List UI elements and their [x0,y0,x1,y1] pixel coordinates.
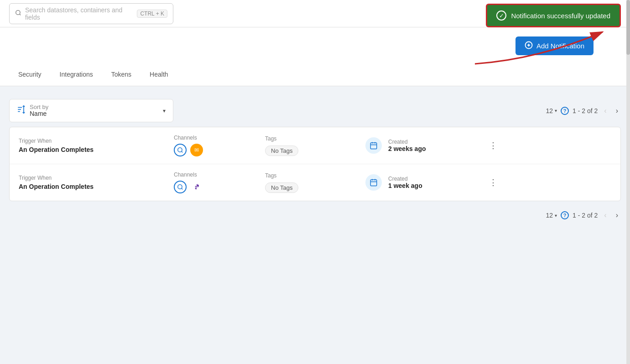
add-icon [525,41,533,51]
calendar-icon-1 [365,137,382,154]
channels-icons-2 [174,181,265,193]
per-page-chevron-bottom: ▾ [555,213,557,218]
help-icon-bottom[interactable]: ? [561,211,569,219]
svg-rect-12 [370,143,377,149]
next-page-bottom[interactable]: › [613,210,621,220]
page-range-bottom: 1 - 2 of 2 [573,212,598,219]
pagination-top: 12 ▾ ? 1 - 2 of 2 ‹ › [546,106,621,116]
tags-label-1: Tags [265,135,365,142]
tab-security[interactable]: Security [9,64,51,86]
created-info-2: Created 1 week ago [388,176,422,189]
svg-rect-18 [370,180,377,186]
per-page-number-top: 12 [546,107,553,114]
search-channel-icon-1 [174,144,187,156]
tags-value-1: No Tags [265,146,298,156]
tags-col-1: Tags No Tags [265,135,365,156]
created-info-1: Created 2 weeks ago [388,139,426,152]
created-col-1: Created 2 weeks ago [365,137,484,154]
channels-label-2: Channels [174,172,265,178]
more-options-button-2[interactable]: ⋮ [487,176,500,189]
per-page-chevron-top: ▾ [555,108,557,113]
more-options-button-1[interactable]: ⋮ [487,139,500,152]
chevron-down-icon: ▾ [163,108,166,114]
channels-col-2: Channels [174,172,265,193]
search-icon [15,10,21,17]
content-area: Sort by Name ▾ 12 ▾ ? 1 - 2 of 2 ‹ › Tri… [0,86,630,234]
svg-line-1 [20,14,21,16]
svg-line-11 [182,151,183,153]
channels-col-1: Channels ✉ [174,135,265,156]
notifications-table: Trigger When An Operation Completes Chan… [9,127,621,201]
prev-page-bottom[interactable]: ‹ [601,210,609,220]
tags-value-2: No Tags [265,182,298,193]
slack-channel-icon-2 [190,181,203,193]
search-box[interactable]: Search datastores, containers and fields… [9,3,173,24]
tags-col-2: Tags No Tags [265,172,365,193]
channels-label-1: Channels [174,135,265,141]
search-shortcut: CTRL + K [137,10,167,18]
created-value-1: 2 weeks ago [388,145,426,152]
per-page-select-top[interactable]: 12 ▾ [546,107,557,114]
trigger-col-2: Trigger When An Operation Completes [19,175,174,190]
created-col-2: Created 1 week ago [365,174,484,191]
nav-tabs: Security Integrations Tokens Health [0,64,630,86]
trigger-col-1: Trigger When An Operation Completes [19,138,174,153]
email-channel-icon-1: ✉ [190,144,203,156]
sort-icon [17,105,25,116]
success-toast: ✓ Notification successfully updated [486,4,621,27]
trigger-label-1: Trigger When [19,138,174,144]
action-bar: Add Notification [0,27,630,64]
prev-page-top[interactable]: ‹ [601,106,609,116]
created-value-2: 1 week ago [388,182,422,189]
created-label-2: Created [388,176,422,182]
topbar: Search datastores, containers and fields… [0,0,630,27]
tab-health[interactable]: Health [141,64,177,86]
help-icon-top[interactable]: ? [561,107,569,115]
search-placeholder-text: Search datastores, containers and fields [25,6,133,21]
next-page-top[interactable]: › [613,106,621,116]
scrollbar[interactable] [626,0,630,364]
add-notification-label: Add Notification [536,42,584,50]
tab-tokens[interactable]: Tokens [102,64,141,86]
trigger-value-1: An Operation Completes [19,146,174,153]
sort-text: Sort by Name [30,104,48,117]
svg-point-0 [16,10,20,15]
actions-col-2: ⋮ [484,176,502,189]
page-range-top: 1 - 2 of 2 [573,107,598,114]
svg-line-17 [182,188,183,190]
sort-value: Name [30,110,48,117]
trigger-value-2: An Operation Completes [19,183,174,190]
add-notification-button[interactable]: Add Notification [515,36,594,55]
toast-message: Notification successfully updated [511,12,610,20]
svg-point-10 [178,148,182,152]
actions-col-1: ⋮ [484,139,502,152]
svg-point-16 [178,185,182,189]
tags-label-2: Tags [265,172,365,179]
table-row: Trigger When An Operation Completes Chan… [10,127,620,164]
calendar-icon-2 [365,174,382,191]
sort-label: Sort by [30,104,48,110]
per-page-select-bottom[interactable]: 12 ▾ [546,212,557,219]
table-row: Trigger When An Operation Completes Chan… [10,164,620,201]
search-channel-icon-2 [174,181,187,193]
channels-icons-1: ✉ [174,144,265,156]
bottom-controls-row: 12 ▾ ? 1 - 2 of 2 ‹ › [9,207,621,224]
per-page-number-bottom: 12 [546,212,553,219]
scrollbar-thumb[interactable] [626,0,630,55]
sort-dropdown[interactable]: Sort by Name ▾ [9,99,173,122]
tab-integrations[interactable]: Integrations [51,64,102,86]
controls-row: Sort by Name ▾ 12 ▾ ? 1 - 2 of 2 ‹ › [9,95,621,126]
created-label-1: Created [388,139,426,145]
trigger-label-2: Trigger When [19,175,174,181]
pagination-bottom: 12 ▾ ? 1 - 2 of 2 ‹ › [546,210,621,220]
toast-check-icon: ✓ [496,10,506,21]
